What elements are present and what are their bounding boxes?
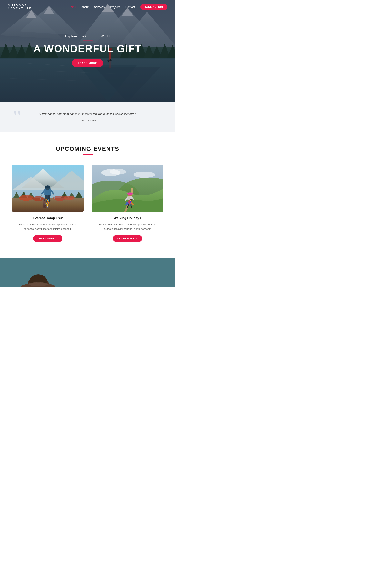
svg-point-87	[40, 282, 41, 283]
svg-point-53	[64, 196, 75, 200]
svg-point-75	[127, 192, 133, 195]
events-section-title: UPCOMING EVENTS	[12, 145, 163, 152]
svg-rect-62	[45, 195, 48, 201]
footer-teaser	[0, 258, 175, 287]
hero-subtitle: Explore The Colourful World	[17, 35, 157, 38]
svg-point-64	[45, 200, 49, 202]
svg-point-65	[47, 200, 51, 202]
svg-point-86	[36, 282, 37, 283]
quote-section: " “Fuerat aestu carentem habentia specte…	[0, 102, 175, 132]
svg-rect-80	[0, 258, 175, 287]
event-desc-walking: Fuerat aestu carentem habentia spectent …	[92, 223, 163, 231]
svg-rect-63	[48, 195, 50, 201]
quote-mark-icon: "	[12, 107, 23, 127]
logo-tagline: ADVENTURE	[8, 7, 32, 10]
logo-main: OUTDOOR	[8, 4, 32, 7]
events-section-divider	[83, 154, 93, 155]
nav-about[interactable]: About	[81, 5, 89, 9]
logo[interactable]: OUTDOOR ADVENTURE	[8, 4, 32, 10]
event-card-everest: Everest Camp Trek Fuerat aestu carentem …	[12, 165, 84, 242]
hero-title: A WONDERFUL GIFT	[17, 43, 157, 54]
event-btn-walking[interactable]: LEARN MORE	[113, 235, 142, 242]
quote-text: “Fuerat aestu carentem habentia spectent…	[39, 112, 136, 117]
footer-background-svg	[0, 258, 175, 287]
hero-section: OUTDOOR ADVENTURE Home About Services Pr…	[0, 0, 175, 102]
nav-services[interactable]: Services	[94, 5, 105, 9]
event-name-everest: Everest Camp Trek	[12, 216, 84, 220]
nav-contact[interactable]: Contact	[126, 5, 135, 9]
navbar: OUTDOOR ADVENTURE Home About Services Pr…	[0, 0, 175, 14]
nav-cta-button[interactable]: TAKE ACTION	[140, 3, 167, 10]
event-image-walking	[92, 165, 163, 212]
event-desc-everest: Fuerat aestu carentem habentia spectent …	[12, 223, 84, 231]
hero-content: Explore The Colourful World A WONDERFUL …	[17, 35, 157, 67]
hero-divider	[83, 40, 92, 40]
quote-author: – Adam Sendler	[39, 119, 136, 122]
events-section: UPCOMING EVENTS	[0, 132, 175, 258]
event-image-everest	[12, 165, 84, 212]
svg-point-69	[133, 172, 155, 178]
nav-home[interactable]: Home	[69, 5, 76, 9]
nav-projects[interactable]: Projects	[110, 5, 120, 9]
events-grid: Everest Camp Trek Fuerat aestu carentem …	[12, 165, 163, 242]
quote-content: “Fuerat aestu carentem habentia spectent…	[39, 112, 136, 122]
svg-point-68	[109, 169, 126, 175]
event-hiker-photo	[12, 165, 84, 212]
svg-point-50	[19, 195, 33, 201]
nav-links: Home About Services Projects Contact TAK…	[69, 3, 167, 10]
svg-point-51	[32, 196, 44, 201]
svg-rect-57	[45, 186, 50, 188]
event-name-walking: Walking Holidays	[92, 216, 163, 220]
event-hills-photo	[92, 165, 163, 212]
hero-cta-button[interactable]: LEARN MORE	[72, 59, 103, 67]
event-card-walking: Walking Holidays Fuerat aestu carentem h…	[92, 165, 163, 242]
event-btn-everest[interactable]: LEARN MORE	[33, 235, 62, 242]
